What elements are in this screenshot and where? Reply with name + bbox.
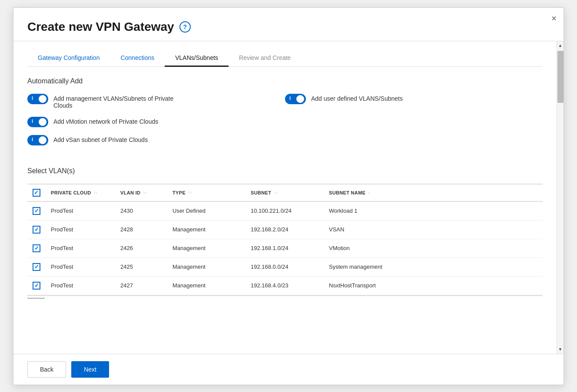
row1-type: User Defined: [167, 201, 245, 221]
dialog-body: Gateway Configuration Connections VLANs/…: [13, 41, 564, 354]
toggle-vsan-label: Add vSan subnet of Private Clouds: [53, 135, 148, 143]
select-vlan-section: Select VLAN(s) ✓ PRIVATE CLOUD: [27, 167, 543, 299]
toggle-row-mgmt: I Add management VLANs/Subnets of Privat…: [27, 94, 285, 109]
row2-private-cloud: ProdTest: [46, 220, 115, 239]
auto-add-left: I Add management VLANs/Subnets of Privat…: [27, 94, 285, 153]
row4-vlan-id: 2425: [115, 257, 167, 276]
tab-vlans-subnets[interactable]: VLANs/Subnets: [165, 50, 229, 67]
table-body: ✓ ProdTest 2430 User Defined 10.100.221.…: [27, 201, 543, 295]
row5-subnet: 192.168.4.0/23: [245, 276, 324, 295]
table-header: ✓ PRIVATE CLOUD ↑↓: [27, 184, 543, 201]
row3-type: Management: [167, 239, 245, 257]
row3-check-cell: ✓: [27, 239, 46, 257]
row5-subnet-name: NsxtHostTransport: [324, 276, 543, 295]
row1-vlan-id: 2430: [115, 201, 167, 221]
row4-checkbox[interactable]: ✓: [33, 263, 40, 271]
row3-subnet: 192.168.1.0/24: [245, 239, 324, 257]
tab-gateway-configuration[interactable]: Gateway Configuration: [27, 50, 110, 67]
back-button[interactable]: Back: [27, 361, 66, 378]
auto-add-grid: I Add management VLANs/Subnets of Privat…: [27, 94, 543, 153]
dialog-footer: Back Next: [13, 354, 564, 385]
table-row: ✓ ProdTest 2425 Management 192.168.0.0/2…: [27, 257, 543, 276]
row5-check-cell: ✓: [27, 276, 46, 295]
row2-vlan-id: 2428: [115, 220, 167, 239]
toggle-user-defined-label: Add user defined VLANS/Subnets: [311, 94, 403, 102]
dialog-title: Create new VPN Gateway ?: [27, 20, 550, 34]
toggle-vmotion[interactable]: I: [27, 117, 48, 127]
page-title: Create new VPN Gateway: [27, 20, 174, 34]
select-all-checkbox[interactable]: ✓: [33, 189, 40, 197]
sort-subnet-icon: ↑↓: [274, 191, 278, 194]
row5-vlan-id: 2427: [115, 276, 167, 295]
row4-check-cell: ✓: [27, 257, 46, 276]
row2-subnet-name: VSAN: [324, 220, 543, 239]
main-content: Gateway Configuration Connections VLANs/…: [13, 41, 557, 354]
toggle-mgmt-label: Add management VLANs/Subnets of Private …: [53, 94, 192, 109]
vlan-table: ✓ PRIVATE CLOUD ↑↓: [27, 184, 543, 295]
row1-private-cloud: ProdTest: [46, 201, 115, 221]
table-bottom-line: [27, 295, 543, 296]
row3-checkbox[interactable]: ✓: [33, 244, 40, 252]
sort-subnet-name-icon: ↓: [368, 191, 370, 194]
row4-type: Management: [167, 257, 245, 276]
table-partial-line: [27, 298, 45, 299]
toggle-vsan[interactable]: I: [27, 135, 48, 145]
row2-type: Management: [167, 220, 245, 239]
row5-checkbox[interactable]: ✓: [33, 282, 40, 290]
tab-bar: Gateway Configuration Connections VLANs/…: [27, 41, 543, 67]
toggle-user-defined[interactable]: I: [285, 94, 306, 104]
toggle-mgmt[interactable]: I: [27, 94, 48, 104]
tab-connections[interactable]: Connections: [110, 50, 165, 67]
scrollbar-track: ▲ ▼: [557, 41, 564, 354]
scrollbar-up-arrow[interactable]: ▲: [557, 41, 564, 50]
auto-add-right: I Add user defined VLANS/Subnets: [285, 94, 543, 153]
row3-vlan-id: 2426: [115, 239, 167, 257]
auto-add-section: Automatically Add I Add management VLAN: [27, 77, 543, 153]
toggle-row-user-defined: I Add user defined VLANS/Subnets: [285, 94, 543, 104]
row1-subnet: 10.100.221.0/24: [245, 201, 324, 221]
close-button[interactable]: ×: [551, 14, 557, 23]
row4-subnet: 192.168.0.0/24: [245, 257, 324, 276]
col-header-vlan-id[interactable]: VLAN ID ↑↓: [115, 184, 167, 201]
row4-private-cloud: ProdTest: [46, 257, 115, 276]
scrollbar-down-arrow[interactable]: ▼: [557, 345, 564, 354]
dialog-header: Create new VPN Gateway ?: [13, 8, 564, 41]
table-row: ✓ ProdTest 2428 Management 192.168.2.0/2…: [27, 220, 543, 239]
sort-private-cloud-icon: ↑↓: [94, 191, 98, 194]
row3-subnet-name: VMotion: [324, 239, 543, 257]
col-header-check: ✓: [27, 184, 46, 201]
next-button[interactable]: Next: [71, 361, 109, 378]
row2-subnet: 192.168.2.0/24: [245, 220, 324, 239]
col-header-private-cloud[interactable]: PRIVATE CLOUD ↑↓: [46, 184, 115, 201]
col-header-subnet[interactable]: SUBNET ↑↓: [245, 184, 324, 201]
toggle-row-vmotion: I Add vMotion network of Private Clouds: [27, 117, 285, 127]
row2-checkbox[interactable]: ✓: [33, 226, 40, 234]
help-icon[interactable]: ?: [179, 21, 191, 33]
row5-private-cloud: ProdTest: [46, 276, 115, 295]
row4-subnet-name: System management: [324, 257, 543, 276]
scrollbar-thumb[interactable]: [557, 51, 564, 103]
col-header-subnet-name[interactable]: SUBNET NAME ↓: [324, 184, 543, 201]
col-header-type[interactable]: TYPE ↑↓: [167, 184, 245, 201]
tab-review-create[interactable]: Review and Create: [229, 50, 301, 67]
row1-checkbox[interactable]: ✓: [33, 207, 40, 215]
row5-type: Management: [167, 276, 245, 295]
create-vpn-gateway-dialog: × Create new VPN Gateway ? Gateway Confi…: [13, 7, 564, 385]
table-row: ✓ ProdTest 2426 Management 192.168.1.0/2…: [27, 239, 543, 257]
sort-type-icon: ↑↓: [188, 191, 192, 194]
row3-private-cloud: ProdTest: [46, 239, 115, 257]
toggle-row-vsan: I Add vSan subnet of Private Clouds: [27, 135, 285, 145]
row1-check-cell: ✓: [27, 201, 46, 221]
table-row: ✓ ProdTest 2430 User Defined 10.100.221.…: [27, 201, 543, 221]
table-row: ✓ ProdTest 2427 Management 192.168.4.0/2…: [27, 276, 543, 295]
select-vlan-heading: Select VLAN(s): [27, 167, 543, 175]
row2-check-cell: ✓: [27, 220, 46, 239]
row1-subnet-name: Workload 1: [324, 201, 543, 221]
sort-vlan-id-icon: ↑↓: [143, 191, 147, 194]
toggle-vmotion-label: Add vMotion network of Private Clouds: [53, 117, 158, 125]
auto-add-heading: Automatically Add: [27, 77, 543, 85]
